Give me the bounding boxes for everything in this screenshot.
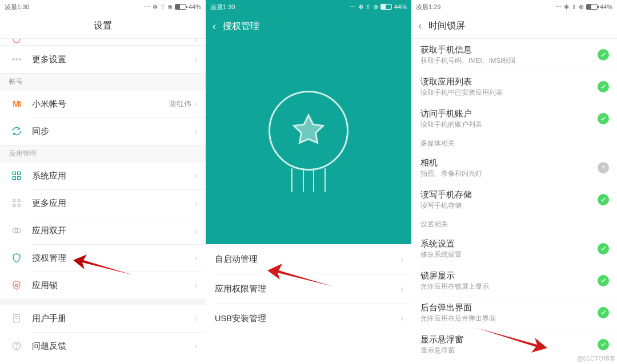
- svg-point-12: [15, 228, 20, 233]
- perm-bg-popup[interactable]: 后台弹出界面允许应用在后台弹出界面: [411, 297, 617, 329]
- back-icon[interactable]: ‹: [418, 20, 422, 32]
- svg-point-8: [18, 200, 20, 202]
- book-icon: [9, 313, 24, 324]
- perm-title: 相机: [420, 157, 598, 168]
- allowed-icon: [598, 49, 609, 60]
- section-settings: 设置相关: [411, 216, 617, 233]
- svg-point-0: [13, 59, 14, 60]
- section-apps: 应用管理: [0, 145, 206, 162]
- mi-logo-icon: MI: [9, 99, 24, 108]
- svg-rect-4: [18, 172, 21, 175]
- status-more-icon: ⋯: [350, 3, 356, 11]
- row-label: 应用权限管理: [215, 284, 400, 294]
- screen-settings: 凌晨1:30 ⋯ ✻ ⇧ ⊗ 44% 设置 › 更多设置 › 帐号 MI: [0, 0, 206, 364]
- circles-icon: [9, 197, 24, 209]
- perm-title: 读取应用列表: [420, 76, 598, 87]
- chevron-right-icon: ›: [195, 39, 198, 45]
- status-bar: 凌晨1:30 ⋯ ✻ ⇧ ⊗ 44%: [0, 0, 206, 14]
- svg-rect-5: [13, 177, 15, 180]
- status-bt-icon: ✻: [564, 3, 569, 11]
- status-alarm-icon: ⊗: [167, 3, 173, 11]
- chevron-right-icon: ›: [195, 281, 198, 290]
- chevron-right-icon: ›: [195, 253, 198, 262]
- allowed-icon: [598, 81, 609, 92]
- perm-camera[interactable]: 相机拍照、录像和闪光灯: [411, 152, 617, 184]
- perm-subtitle: 读取手机的账户列表: [420, 120, 598, 129]
- chevron-right-icon: ›: [195, 99, 198, 108]
- status-wifi-icon: ⇧: [160, 3, 165, 11]
- status-right: ⋯ ✻ ⇧ ⊗ 44%: [350, 3, 407, 11]
- status-bar: 凌晨1:29 ⋯ ✻ ⇧ ⊗ 44%: [411, 0, 617, 14]
- perm-subtitle: 允许应用在锁屏上显示: [420, 282, 598, 291]
- row-sync[interactable]: 同步 ›: [0, 118, 206, 145]
- perm-lock-show[interactable]: 锁屏显示允许应用在锁屏上显示: [411, 265, 617, 297]
- svg-point-17: [603, 169, 603, 169]
- status-bt-icon: ✻: [153, 3, 158, 11]
- row-label: 自启动管理: [215, 254, 400, 265]
- screen-permission-mgmt: 凌晨1:30 ⋯ ✻ ⇧ ⊗ 44% ‹ 授权管理 自启动管理: [206, 0, 411, 364]
- perm-subtitle: 显示悬浮窗: [420, 346, 598, 355]
- partial-row[interactable]: ›: [0, 39, 206, 46]
- perm-accounts[interactable]: 访问手机账户读取手机的账户列表: [411, 103, 617, 135]
- chevron-right-icon: ›: [195, 199, 198, 208]
- status-bar: 凌晨1:30 ⋯ ✻ ⇧ ⊗ 44%: [206, 0, 411, 14]
- row-dual-apps[interactable]: 应用双开 ›: [0, 217, 206, 244]
- perm-sys-settings[interactable]: 系统设置修改系统设置: [411, 233, 617, 265]
- allowed-icon: [598, 194, 609, 205]
- row-app-lock[interactable]: 应用锁 ›: [0, 272, 206, 299]
- svg-rect-6: [18, 177, 21, 180]
- lock-icon: [9, 280, 24, 291]
- chevron-right-icon: ›: [195, 127, 198, 136]
- svg-point-2: [19, 59, 21, 60]
- perm-phone-info[interactable]: 获取手机信息获取手机号码、IMEI、IMSI权限: [411, 39, 617, 71]
- row-mi-account[interactable]: MI 小米帐号 谢红伟 ›: [0, 90, 206, 118]
- row-label: 更多应用: [32, 198, 195, 209]
- row-label: 系统应用: [32, 171, 195, 181]
- more-icon: [9, 54, 24, 65]
- status-wifi-icon: ⇧: [366, 3, 371, 11]
- row-feedback[interactable]: 问题反馈 ›: [0, 332, 206, 359]
- row-label: 更多设置: [32, 54, 195, 65]
- chevron-right-icon: ›: [400, 284, 403, 293]
- title-bar: 设置: [0, 14, 206, 39]
- svg-point-10: [18, 204, 20, 207]
- status-time: 凌晨1:30: [5, 3, 29, 11]
- perm-title: 显示悬浮窗: [420, 334, 598, 345]
- ask-icon: [598, 162, 609, 173]
- row-autostart[interactable]: 自启动管理 ›: [206, 244, 411, 274]
- battery-percent: 44%: [600, 3, 612, 10]
- chevron-right-icon: ›: [195, 226, 198, 235]
- shield-icon: [9, 252, 24, 264]
- perm-app-list[interactable]: 读取应用列表读取手机中已安装应用列表: [411, 71, 617, 103]
- svg-point-1: [16, 59, 18, 60]
- perm-subtitle: 允许应用在后台弹出界面: [420, 314, 598, 323]
- row-label: 应用锁: [32, 280, 195, 291]
- perm-subtitle: 读取手机中已安装应用列表: [420, 88, 598, 97]
- perm-storage[interactable]: 读写手机存储读写手机存储: [411, 184, 617, 216]
- chevron-right-icon: ›: [400, 254, 403, 264]
- battery-percent: 44%: [189, 3, 201, 10]
- perm-title: 后台弹出界面: [420, 302, 598, 313]
- chevron-right-icon: ›: [195, 341, 198, 350]
- row-system-apps[interactable]: 系统应用 ›: [0, 162, 206, 189]
- svg-point-7: [13, 200, 15, 202]
- battery-icon: [380, 4, 392, 10]
- row-label: 应用双开: [32, 225, 195, 236]
- back-icon[interactable]: ‹: [213, 21, 216, 33]
- status-wifi-icon: ⇧: [571, 3, 576, 11]
- dual-apps-icon: [9, 225, 24, 236]
- row-app-permissions[interactable]: 应用权限管理 ›: [206, 274, 411, 304]
- watermark: @51CTO博客: [577, 354, 616, 363]
- perm-subtitle: 读写手机存储: [420, 201, 598, 210]
- row-permissions[interactable]: 授权管理 ›: [0, 244, 206, 272]
- status-more-icon: ⋯: [555, 3, 562, 11]
- row-more-apps[interactable]: 更多应用 ›: [0, 189, 206, 217]
- row-usb-install[interactable]: USB安装管理 ›: [206, 304, 411, 333]
- status-more-icon: ⋯: [144, 3, 150, 11]
- row-label: 小米帐号: [32, 99, 169, 110]
- title-bar: ‹ 时间锁屏: [411, 14, 617, 39]
- screen-app-perms: 凌晨1:29 ⋯ ✻ ⇧ ⊗ 44% ‹ 时间锁屏 获取手机信息获取手机号码、I…: [411, 0, 617, 364]
- row-user-manual[interactable]: 用户手册 ›: [0, 305, 206, 332]
- row-more-settings[interactable]: 更多设置 ›: [0, 46, 206, 73]
- allowed-icon: [598, 113, 609, 124]
